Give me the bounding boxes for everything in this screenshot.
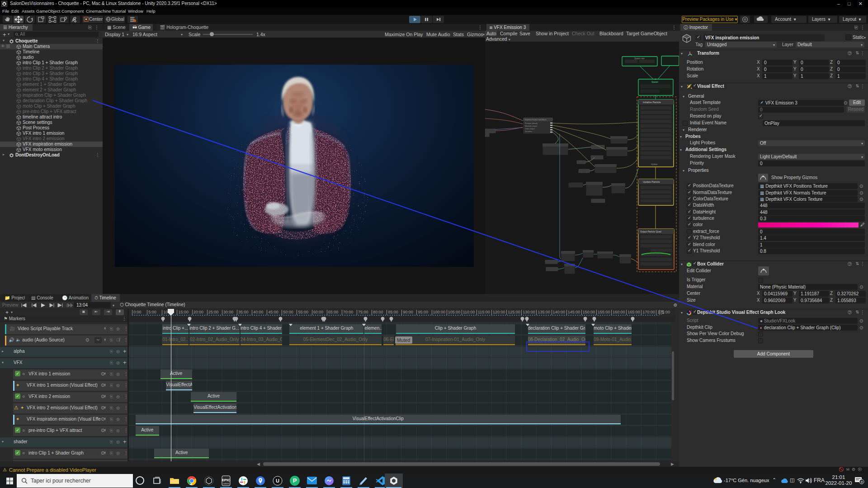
svg-text:Normals output: Normals output [525,125,538,127]
svg-text:Position (blend): Position (blend) [525,122,538,124]
svg-text:Update Particle: Update Particle [643,180,660,183]
svg-text:GAMES: GAMES [223,483,230,485]
svg-text:Spawn rate: Spawn rate [634,57,645,60]
svg-text:Spawn: Spawn [651,81,659,83]
svg-text:U: U [276,478,279,483]
svg-text:Output Particle Quad: Output Particle Quad [640,230,661,233]
svg-text:Initialize Particle: Initialize Particle [643,101,661,104]
svg-text:Color output: Color output [525,128,535,130]
svg-text:Depthkit Studio Look Mesh: Depthkit Studio Look Mesh [525,118,547,121]
svg-text:EPIC: EPIC [222,478,231,482]
svg-text:Tex dims: Tex dims [525,130,532,133]
svg-text:Update: Update [651,163,658,166]
svg-text:9: 9 [861,480,863,484]
